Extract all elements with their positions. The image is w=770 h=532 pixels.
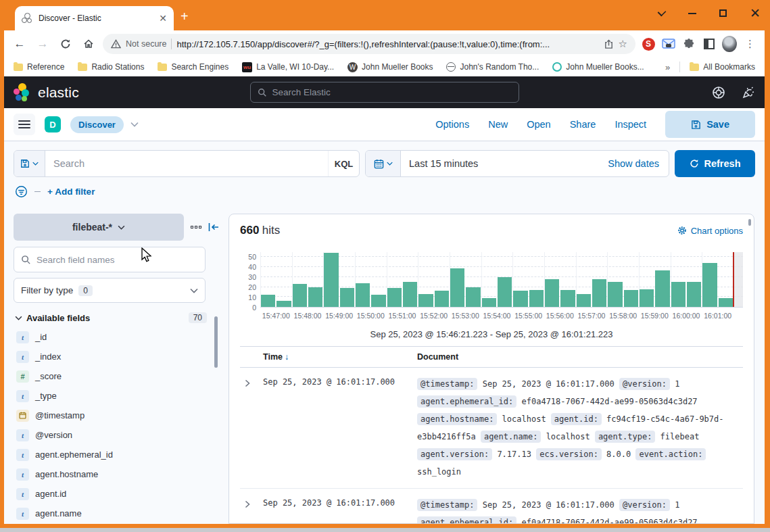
histogram-bar[interactable] [655,270,669,307]
field-search-input[interactable]: Search field names [14,247,206,272]
refresh-button[interactable]: Refresh [675,150,755,177]
window-minimize-button[interactable] [688,13,696,14]
histogram-bar[interactable] [466,287,480,307]
field-settings-icon[interactable] [189,223,203,231]
security-label[interactable]: Not secure [126,39,166,49]
histogram-bar[interactable] [418,294,433,307]
field-list-item[interactable]: t_id [14,327,222,347]
document-column-header[interactable]: Document [417,352,743,362]
mail-extension-icon[interactable] [661,37,676,51]
histogram-bar[interactable] [560,290,575,307]
sidebar-scrollbar[interactable] [214,316,218,368]
histogram-bar[interactable] [276,301,291,307]
histogram-bar[interactable] [513,291,527,307]
global-search-input[interactable]: Search Elastic [250,82,519,103]
histogram-bar[interactable] [640,289,654,308]
histogram-bar[interactable] [450,268,464,307]
share-button[interactable]: Share [570,119,596,130]
table-scrollbar[interactable] [748,219,751,226]
query-language-button[interactable]: KQL [328,151,359,176]
histogram-bar[interactable] [702,263,717,307]
field-list-item[interactable]: tagent.id [14,484,222,504]
histogram-bar[interactable] [498,277,512,307]
bookmarks-overflow-icon[interactable]: » [665,62,670,72]
bookmark-item[interactable]: wuLa Valle, WI 10-Day... [242,62,334,72]
menu-hamburger-icon[interactable] [14,114,35,135]
forward-button[interactable]: → [34,37,51,51]
space-badge[interactable]: D [45,116,61,132]
save-button[interactable]: Save [665,111,755,138]
back-button[interactable]: ← [11,37,28,51]
field-list-item[interactable]: t_type [14,386,222,406]
saved-query-menu-button[interactable] [14,151,45,176]
bookmark-item[interactable]: WJohn Mueller Books [347,62,433,72]
bookmark-item[interactable]: Radio Stations [78,62,144,72]
new-tab-button[interactable]: + [181,9,189,23]
histogram-bar[interactable] [671,282,685,307]
histogram-bar[interactable] [308,287,322,307]
field-list-item[interactable]: tagent.ephemeral_id [14,445,222,464]
time-range-value[interactable]: Last 15 minutes [401,151,598,176]
collapse-sidebar-icon[interactable] [208,222,219,232]
tab-close-icon[interactable]: ✕ [159,14,167,23]
puzzle-extensions-icon[interactable] [681,37,696,51]
browser-tab[interactable]: Discover - Elastic ✕ [15,6,174,30]
share-icon[interactable] [604,39,614,49]
field-list-item[interactable]: tagent.hostname [14,464,222,484]
histogram-bar[interactable] [719,298,733,307]
field-list-item[interactable]: t_index [14,347,222,366]
add-filter-button[interactable]: + Add filter [47,187,95,197]
histogram-bar[interactable] [545,279,559,307]
field-list-item[interactable]: #_score [14,366,222,386]
field-list-item[interactable]: tagent.name [14,504,222,523]
field-list-item[interactable]: t@version [14,425,222,445]
chart-options-button[interactable]: Chart options [677,226,743,236]
bookmark-item[interactable]: John Mueller Books... [552,62,644,72]
reload-button[interactable] [57,37,74,51]
bookmark-item[interactable]: Search Engines [158,62,228,72]
window-chevron-icon[interactable] [658,7,667,16]
help-icon[interactable] [712,86,725,99]
index-pattern-select[interactable]: filebeat-* [14,214,184,241]
histogram-bar[interactable] [387,288,402,307]
options-button[interactable]: Options [435,119,469,130]
news-icon[interactable] [742,86,755,99]
field-list-item[interactable]: @timestamp [14,406,222,425]
menu-kebab-icon[interactable]: ⋮ [742,38,758,50]
expand-row-button[interactable] [240,496,263,524]
url-text[interactable]: http://172.105.7.150/app/discover#/?_g=(… [176,39,598,49]
expand-row-button[interactable] [240,375,263,481]
histogram-bar[interactable] [371,295,385,307]
histogram-bar[interactable] [356,283,370,307]
window-close-button[interactable]: ✕ [750,7,761,20]
histogram-bar[interactable] [324,253,338,307]
filter-by-type-select[interactable]: Filter by type 0 [14,278,206,303]
histogram-bar[interactable] [608,282,622,307]
breadcrumb[interactable]: Discover [70,116,124,133]
histogram-bar[interactable] [261,295,275,307]
query-search-input[interactable]: Search [45,151,328,176]
histogram-bar[interactable] [435,291,449,307]
filter-icon[interactable] [15,185,28,198]
chevron-down-icon[interactable] [130,122,139,127]
histogram-bar[interactable] [592,279,606,307]
time-column-header[interactable]: Time↓ [263,352,417,362]
available-fields-header[interactable]: Available fields 70 [15,312,222,323]
all-bookmarks-button[interactable]: All Bookmarks [690,62,755,72]
histogram-bar[interactable] [482,298,496,307]
histogram-bar[interactable] [687,282,701,307]
bookmark-item[interactable]: Reference [14,62,64,72]
histogram-bar[interactable] [577,294,591,307]
histogram-bar[interactable] [293,284,307,307]
bookmark-star-icon[interactable]: ☆ [619,38,627,50]
chart-plot-area[interactable] [260,252,743,308]
window-maximize-button[interactable] [719,9,727,17]
bookmark-item[interactable]: John's Random Tho... [446,62,539,72]
date-picker-menu-button[interactable] [366,151,401,176]
histogram-bar[interactable] [529,290,544,307]
new-button[interactable]: New [488,119,508,130]
red-s-extension-icon[interactable]: S [641,37,656,51]
address-bar[interactable]: Not secure http://172.105.7.150/app/disc… [103,34,635,54]
profile-avatar[interactable] [722,37,737,51]
show-dates-button[interactable]: Show dates [598,151,669,176]
